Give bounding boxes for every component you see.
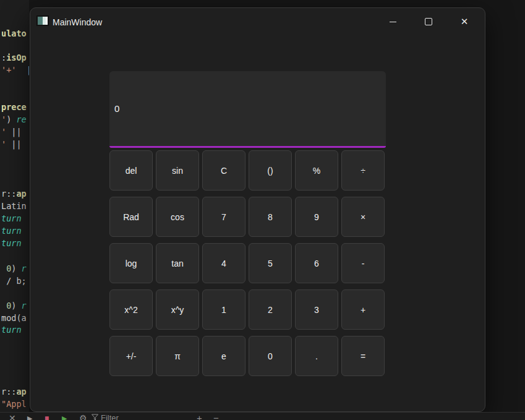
stop-icon[interactable]: ■ (45, 413, 49, 420)
editor-pane: ulato:isOp'+' |prece') re' ||' ||r::apLa… (0, 0, 29, 412)
code-line: prece (1, 101, 27, 113)
key-subtract[interactable]: - (341, 243, 385, 283)
key-pi[interactable]: π (156, 336, 199, 376)
code-line: turn (1, 212, 22, 225)
key-decimal[interactable]: . (295, 336, 338, 376)
key-e[interactable]: e (202, 336, 245, 376)
key-log[interactable]: log (109, 243, 153, 283)
display-value: 0 (114, 103, 119, 114)
code-line: "Appl (1, 398, 27, 410)
key-del[interactable]: del (109, 150, 153, 191)
key-9[interactable]: 9 (295, 197, 338, 237)
window-title: MainWindow (53, 8, 102, 35)
calculator-window: MainWindow ✕ 0 delsinC()%÷Radcos789×logt… (30, 7, 485, 412)
close-button[interactable]: ✕ (446, 8, 482, 35)
key-1[interactable]: 1 (202, 289, 245, 330)
calculator-display[interactable]: 0 (109, 71, 386, 148)
code-line: 0) r (1, 299, 27, 312)
key-divide[interactable]: ÷ (341, 150, 385, 191)
code-line: r::ap (1, 385, 27, 398)
key-add[interactable]: + (341, 289, 385, 330)
code-line: ' || (1, 126, 22, 138)
key-0[interactable]: 0 (249, 336, 292, 376)
minimize-icon (390, 22, 396, 22)
code-line: Latin (1, 200, 27, 212)
key-3[interactable]: 3 (295, 289, 338, 330)
zoom-in-icon[interactable]: + (197, 413, 202, 420)
code-line: ulato (1, 27, 27, 40)
maximize-button[interactable] (411, 8, 446, 35)
filter-input[interactable]: Filter (101, 413, 119, 420)
key-cos[interactable]: cos (156, 197, 199, 237)
title-bar[interactable]: MainWindow ✕ (30, 8, 485, 35)
code-line: mod(a (1, 312, 27, 324)
key-5[interactable]: 5 (249, 243, 292, 283)
code-line: '+' | (1, 64, 29, 76)
key-6[interactable]: 6 (295, 243, 338, 283)
code-line: turn (1, 324, 22, 336)
close-icon: ✕ (461, 16, 469, 27)
key-parentheses[interactable]: () (249, 150, 292, 191)
window-controls: ✕ (375, 8, 482, 35)
keypad: delsinC()%÷Radcos789×logtan456-x^2x^y123… (109, 150, 385, 376)
code-line: turn (1, 237, 22, 249)
code-line: 0) r (1, 262, 27, 275)
code-line: / b; (1, 275, 27, 287)
key-percent[interactable]: % (295, 150, 338, 191)
output-close-icon[interactable]: ✕ (9, 413, 16, 420)
key-clear[interactable]: C (202, 150, 245, 191)
key-tan[interactable]: tan (156, 243, 199, 283)
app-window-icon (37, 16, 48, 25)
code-line: turn (1, 225, 22, 237)
rerun-icon[interactable]: ▶ (62, 413, 67, 420)
zoom-out-icon[interactable]: − (213, 413, 219, 420)
key-8[interactable]: 8 (249, 197, 292, 237)
code-line: ' || (1, 138, 22, 150)
key-equals[interactable]: = (341, 336, 385, 376)
key-multiply[interactable]: × (341, 197, 385, 237)
code-line: r::ap (1, 187, 27, 200)
key-sin[interactable]: sin (156, 150, 199, 191)
filter-funnel-icon[interactable] (92, 413, 98, 420)
key-4[interactable]: 4 (202, 243, 245, 283)
key-x-power-y[interactable]: x^y (156, 289, 199, 330)
key-x-squared[interactable]: x^2 (109, 289, 153, 330)
key-7[interactable]: 7 (202, 197, 245, 237)
key-rad[interactable]: Rad (109, 197, 153, 237)
key-2[interactable]: 2 (249, 289, 292, 330)
code-line: ') re (1, 113, 27, 126)
output-bar: ✕ ▶ ■ ▶ ⚙ Filter + − (0, 412, 525, 420)
code-line: :isOp (1, 51, 27, 64)
run-icon[interactable]: ▶ (27, 413, 32, 420)
minimize-button[interactable] (375, 8, 411, 35)
settings-gear-icon[interactable]: ⚙ (79, 413, 87, 420)
maximize-icon (425, 18, 432, 25)
key-negate[interactable]: +/- (109, 336, 153, 376)
